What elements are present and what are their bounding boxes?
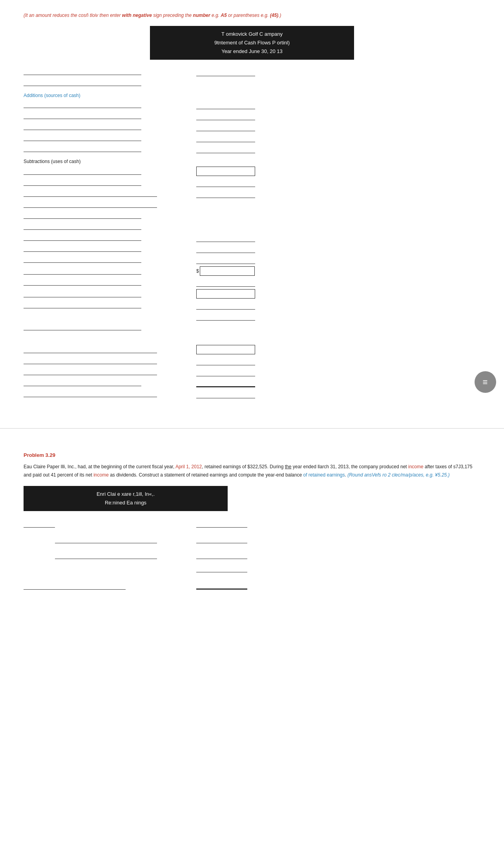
sub-row-5 — [24, 211, 480, 220]
sub-row-13 — [24, 323, 480, 332]
sub-row-7 — [24, 233, 480, 242]
additions-label-row: Additions (sources of cash) — [24, 90, 480, 98]
header2-line1: Enri Clai e xare r,1ill, In«,. — [31, 490, 220, 499]
addition-row-1 — [24, 101, 480, 109]
sub-input-dollar[interactable] — [200, 266, 255, 276]
sub-row-thick1 — [24, 379, 480, 387]
sub-row-3 — [24, 189, 480, 198]
sub-row-2 — [24, 178, 480, 187]
menu-icon: ≡ — [483, 377, 488, 387]
sub-input-1[interactable] — [196, 167, 255, 176]
header2-line2: Re:nined Ea nings — [31, 499, 220, 507]
the-word: the — [285, 464, 292, 469]
income-word-1: income — [408, 464, 424, 469]
sub-row-14 — [24, 334, 480, 343]
sub-row-12 — [24, 312, 480, 321]
addition-row-5 — [24, 145, 480, 153]
addition-row-4 — [24, 134, 480, 142]
sub-row-8 — [24, 244, 480, 253]
company-header: T omkovick Golf C ampany 9tntement of Ca… — [150, 26, 354, 60]
dollar-sign: $ — [196, 268, 199, 274]
header-line1: T omkovick Golf C ampany — [158, 30, 346, 38]
sub-input-2[interactable] — [196, 289, 255, 299]
sub-row-dollar: $ — [24, 266, 480, 276]
additions-label: Additions (sources of cash) — [24, 93, 80, 98]
sub-row-boxed2 — [24, 289, 480, 299]
re-row-3 — [24, 550, 480, 559]
sub-row-final-boxed — [24, 345, 480, 354]
subtractions-label-row: Subtractions (uses of cash) — [24, 156, 480, 164]
income-word-2: income — [93, 472, 109, 478]
sub-input-final[interactable] — [196, 345, 255, 354]
header-line2: 9tntement of Cash Flows P ortinl) — [158, 38, 346, 47]
sub-row-11 — [24, 301, 480, 310]
problem-number: Problem 3.29 — [24, 452, 480, 458]
header-line3: Year ended June 30, 20 13 — [158, 47, 346, 56]
form-row-top2 — [24, 79, 480, 87]
section-1: (It an amount reduces the cosñ tloiv the… — [0, 0, 504, 416]
re-row-4 — [24, 564, 480, 572]
sub-row-17 — [24, 390, 480, 398]
sub-row-6 — [24, 222, 480, 231]
sub-row-1 — [24, 167, 480, 176]
re-row-1 — [24, 519, 480, 528]
re-row-2 — [24, 535, 480, 543]
retained-earnings-form — [24, 519, 480, 592]
form-row-top1 — [24, 68, 480, 76]
instruction-text: (It an amount reduces the cosñ tloiv the… — [24, 12, 480, 19]
problem-description: Eau Claire Paper llli, Inc., had, at the… — [24, 463, 480, 479]
menu-fab-button[interactable]: ≡ — [475, 371, 496, 393]
addition-row-3 — [24, 123, 480, 131]
sub-row-9 — [24, 255, 480, 264]
addition-row-2 — [24, 112, 480, 120]
cash-flow-form: Additions (sources of cash) Subtra — [24, 68, 480, 401]
sub-row-10 — [24, 278, 480, 287]
re-row-5 — [24, 581, 480, 590]
company-header-2: Enri Clai e xare r,1ill, In«,. Re:nined … — [24, 486, 228, 511]
of-retained-earnings: of retained earnings — [303, 472, 345, 478]
problem-date: April 1, 2012 — [175, 464, 202, 469]
sub-row-16 — [24, 368, 480, 376]
subtractions-label: Subtractions (uses of cash) — [24, 159, 80, 164]
section-divider — [0, 428, 504, 429]
sub-row-15 — [24, 357, 480, 365]
sub-row-4 — [24, 200, 480, 209]
section-2: Problem 3.29 Eau Claire Paper llli, Inc.… — [0, 440, 504, 845]
